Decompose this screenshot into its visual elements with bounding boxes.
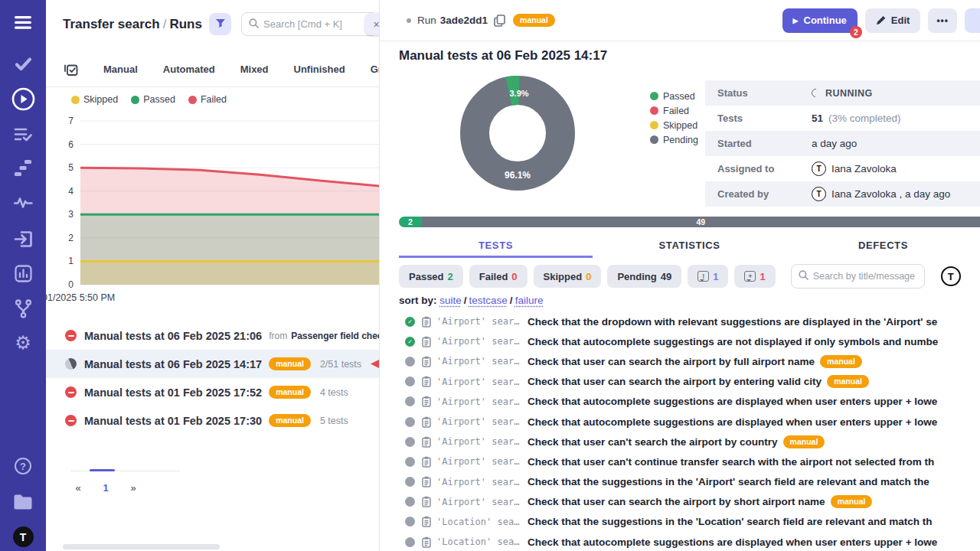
chart-legend: Skipped Passed Failed	[71, 94, 227, 105]
test-title[interactable]: Check that autocomplete suggestions are …	[528, 396, 937, 407]
test-row[interactable]: 'Location' sea…Check that the suggestion…	[399, 512, 980, 532]
test-title[interactable]: Check that user can't continue transfer …	[528, 456, 934, 468]
svg-text:5: 5	[68, 162, 74, 173]
test-row[interactable]: 'Airport' sear…Check that autocomplete s…	[399, 392, 980, 412]
test-title[interactable]: Check that the suggestions in the 'Airpo…	[528, 476, 929, 487]
filter-pending-button[interactable]: Pending49	[607, 265, 681, 288]
manual-badge: manual	[269, 357, 311, 370]
test-title[interactable]: Check that user can search the airport b…	[528, 356, 815, 367]
test-title[interactable]: Check that autocomplete suggestions are …	[528, 416, 937, 428]
test-row[interactable]: 'Airport' sear…Check that user can't con…	[399, 452, 980, 471]
tests-list: ✓'Airport' sear…Check that the dropdown …	[399, 311, 980, 551]
test-row[interactable]: 'Airport' sear…Check that autocomplete s…	[399, 412, 980, 432]
creator-avatar[interactable]: T	[812, 187, 826, 201]
horizontal-scrollbar[interactable]	[63, 544, 220, 549]
run-tests-count: 2/51 tests	[320, 359, 361, 370]
tab-automated[interactable]: Automated	[163, 64, 215, 75]
reports-icon[interactable]	[0, 265, 46, 282]
test-row[interactable]: 'Airport' sear…Check that user can searc…	[399, 492, 980, 512]
tab-defects[interactable]: DEFECTS	[786, 233, 980, 258]
test-runs-icon[interactable]	[0, 87, 46, 111]
milestones-icon[interactable]	[0, 160, 46, 176]
tab-statistics[interactable]: STATISTICS	[593, 233, 786, 258]
continue-button[interactable]: ▶ Continue 2	[782, 8, 858, 33]
assignee-filter-avatar[interactable]: T	[941, 266, 961, 286]
test-title[interactable]: Check that user can search the airport b…	[528, 496, 825, 507]
filter-attachments-button[interactable]: +1	[734, 265, 775, 288]
test-row[interactable]: 'Location' sea…Check that autocomplete s…	[399, 532, 980, 551]
run-list-item[interactable]: Manual tests at 01 Feb 2025 17:52 manual…	[46, 378, 379, 406]
legend-label: Skipped	[663, 120, 697, 131]
run-tests-count: 5 tests	[320, 416, 348, 426]
help-icon[interactable]: ?	[0, 458, 46, 474]
more-actions-button[interactable]: •••	[928, 8, 957, 33]
branch-icon[interactable]	[0, 299, 46, 318]
test-cases-icon[interactable]	[0, 57, 46, 71]
test-title[interactable]: Check that user can search the airport b…	[528, 376, 822, 387]
test-row[interactable]: ✓'Airport' sear…Check that autocomplete …	[399, 331, 980, 351]
testcase-icon	[422, 516, 431, 527]
close-icon[interactable]: ×	[365, 13, 380, 35]
comment-plus-icon: +	[744, 271, 756, 282]
test-title[interactable]: Check that the suggestions in the 'Locat…	[528, 516, 933, 527]
testcase-icon	[422, 496, 431, 507]
annotation: 1	[369, 358, 380, 370]
runs-search-input[interactable]	[263, 18, 348, 30]
test-suite: 'Airport' sear…	[436, 356, 522, 367]
pagination-prev[interactable]: «	[64, 479, 92, 496]
select-all-icon[interactable]	[64, 63, 78, 76]
spinner-icon	[810, 87, 822, 99]
svg-text:6: 6	[68, 139, 74, 150]
tab-mixed[interactable]: Mixed	[240, 64, 269, 75]
test-row[interactable]: ✓'Airport' sear…Check that the dropdown …	[399, 311, 980, 331]
pagination: « 1 »	[64, 479, 147, 496]
detail-row-status: Status RUNNING	[705, 80, 980, 106]
run-list-item-selected[interactable]: Manual tests at 06 Feb 2025 14:17 manual…	[46, 350, 379, 378]
filter-skipped-button[interactable]: Skipped0	[534, 265, 602, 288]
settings-gear-icon[interactable]: ⚙	[0, 334, 46, 352]
test-suite: 'Airport' sear…	[436, 456, 522, 467]
menu-icon[interactable]	[0, 16, 46, 29]
requirements-icon[interactable]	[0, 230, 46, 248]
test-row[interactable]: 'Airport' sear…Check that user can't sea…	[399, 432, 980, 452]
detail-row-tests: Tests 51(3% completed)	[705, 106, 980, 131]
test-title[interactable]: Check that autocomplete suggestions are …	[528, 536, 937, 548]
filter-comments-button[interactable]: !1	[688, 265, 728, 288]
copy-icon[interactable]	[494, 15, 505, 27]
run-stopped-icon	[65, 415, 77, 426]
manual-badge: manual	[820, 355, 862, 368]
filter-funnel-button[interactable]	[209, 13, 231, 35]
tab-manual[interactable]: Manual	[103, 64, 138, 75]
tab-unfinished[interactable]: Unfinished	[294, 64, 345, 75]
sort-by-failure[interactable]: failure	[515, 295, 544, 306]
pagination-page-1[interactable]: 1	[92, 479, 119, 496]
pagination-next[interactable]: »	[119, 479, 147, 496]
run-list-item[interactable]: Manual tests at 01 Feb 2025 17:30 manual…	[46, 406, 379, 435]
test-filters: Passed2 Failed0 Skipped0 Pending49 !1 +1…	[399, 264, 980, 289]
sort-by-testcase[interactable]: testcase	[469, 295, 508, 306]
filter-failed-button[interactable]: Failed0	[469, 265, 528, 288]
filter-passed-button[interactable]: Passed2	[399, 265, 463, 288]
activity-icon[interactable]	[0, 196, 46, 209]
tab-tests[interactable]: TESTS	[399, 233, 593, 258]
test-row[interactable]: 'Airport' sear…Check that user can searc…	[399, 372, 980, 392]
pagination-track	[70, 471, 180, 471]
assignee-avatar[interactable]: T	[812, 161, 826, 176]
test-plans-icon[interactable]	[0, 127, 46, 142]
run-detail-panel: Run 3ade2dd1 manual ▶ Continue 2 Edit ••…	[381, 0, 980, 551]
projects-folder-icon[interactable]	[0, 494, 46, 510]
test-title[interactable]: Check that the dropdown with relevant su…	[528, 316, 937, 328]
tab-groups[interactable]: Groups	[371, 64, 380, 75]
tests-search-input[interactable]	[813, 271, 916, 282]
run-list-item[interactable]: Manual tests at 06 Feb 2025 21:06 from P…	[46, 321, 379, 350]
test-row[interactable]: 'Airport' sear…Check that user can searc…	[399, 351, 980, 371]
clipped-button[interactable]	[965, 8, 980, 33]
test-title[interactable]: Check that user can't search the airport…	[528, 436, 778, 448]
failed-dot	[650, 106, 658, 115]
sort-by-suite[interactable]: suite	[439, 295, 462, 306]
test-title[interactable]: Check that autocomplete suggestings are …	[528, 336, 938, 347]
breadcrumb-project[interactable]: Transfer search	[63, 17, 160, 31]
user-avatar[interactable]: T	[0, 527, 46, 547]
edit-button[interactable]: Edit	[865, 8, 921, 33]
test-row[interactable]: 'Airport' sear…Check that the suggestion…	[399, 472, 980, 492]
